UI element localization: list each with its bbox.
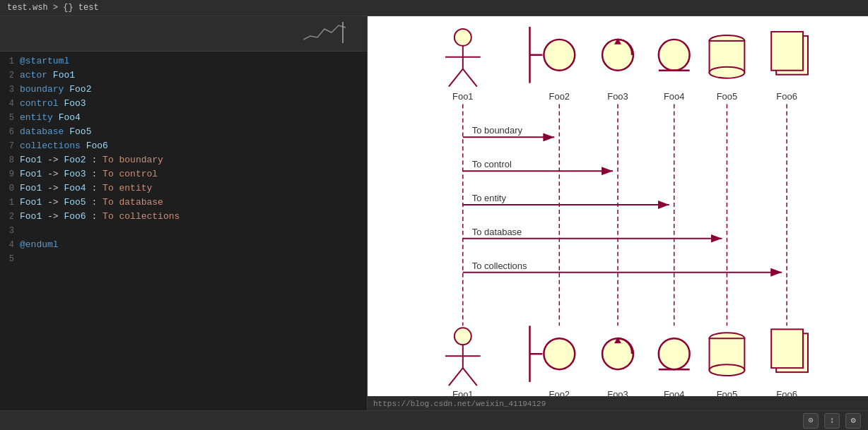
svg-text:To boundary: To boundary (472, 125, 523, 136)
code-line-5: 5 entity Foo4 (0, 111, 367, 125)
code-line-3: 3 boundary Foo2 (0, 83, 367, 97)
svg-text:Foo2: Foo2 (549, 91, 570, 102)
svg-point-43 (544, 338, 575, 369)
preview-panel: Foo1 Foo2 Foo3 (368, 16, 868, 410)
participant-foo4-top: Foo4 (659, 40, 690, 102)
message-to-entity: To entity (463, 193, 669, 205)
svg-text:Foo4: Foo4 (664, 389, 684, 396)
code-line-6: 6 database Foo5 (0, 125, 367, 139)
svg-text:Foo5: Foo5 (717, 91, 738, 102)
diagram-container: Foo1 Foo2 Foo3 (368, 16, 868, 396)
svg-text:Foo6: Foo6 (776, 91, 797, 102)
code-line-8: 8 Foo1 -> Foo2 : To boundary (0, 153, 367, 167)
svg-point-10 (544, 40, 575, 71)
icon-button-1[interactable]: ⊙ (803, 413, 819, 429)
diagram-svg: Foo1 Foo2 Foo3 (368, 16, 868, 396)
svg-rect-56 (771, 329, 803, 368)
svg-text:Foo5: Foo5 (717, 389, 738, 396)
participant-foo5-bottom: Foo5 (710, 333, 745, 396)
svg-text:Foo6: Foo6 (776, 389, 797, 396)
code-line-4: 4 control Foo3 (0, 97, 367, 111)
svg-point-53 (710, 364, 745, 376)
participant-foo1-top: Foo1 (445, 29, 481, 102)
svg-text:To entity: To entity (472, 193, 507, 203)
message-to-database: To database (463, 227, 722, 239)
code-line-10: 0 Foo1 -> Foo4 : To entity (0, 181, 367, 196)
svg-point-35 (454, 328, 471, 345)
svg-point-20 (710, 67, 745, 78)
icon-button-2[interactable]: ↕ (824, 413, 840, 429)
participant-foo4-bottom: Foo4 (659, 338, 690, 396)
svg-point-48 (659, 338, 690, 369)
svg-line-38 (449, 368, 463, 386)
svg-line-39 (463, 368, 477, 386)
participant-foo2-top: Foo2 (529, 27, 575, 102)
participant-foo5-top: Foo5 (710, 35, 745, 102)
status-bar: https://blog.csdn.net/weixin_41194129 (368, 396, 868, 410)
svg-line-5 (449, 69, 463, 87)
svg-point-2 (454, 29, 471, 46)
code-line-2: 2 actor Foo1 (0, 68, 367, 83)
message-to-collections: To collections (463, 261, 782, 273)
participant-foo6-bottom: Foo6 (771, 329, 808, 396)
svg-text:Foo1: Foo1 (452, 389, 474, 396)
svg-line-6 (463, 69, 477, 87)
svg-rect-23 (771, 32, 803, 71)
svg-text:To control: To control (472, 159, 512, 169)
svg-text:To database: To database (472, 227, 522, 237)
svg-text:Foo2: Foo2 (549, 389, 570, 396)
editor-panel: 1 @startuml 2 actor Foo1 3 boundary Foo2… (0, 16, 368, 410)
message-to-control: To control (463, 159, 613, 171)
title-bar: test.wsh > {} test (0, 0, 868, 16)
svg-text:Foo4: Foo4 (664, 91, 684, 102)
code-line-14: 4 @enduml (0, 238, 367, 252)
code-line-15: 5 (0, 252, 367, 266)
code-line-7: 7 collections Foo6 (0, 139, 367, 153)
code-line-1: 1 @startuml (0, 54, 367, 68)
code-line-13: 3 (0, 224, 367, 238)
code-editor[interactable]: 1 @startuml 2 actor Foo1 3 boundary Foo2… (0, 52, 367, 410)
code-line-9: 9 Foo1 -> Foo3 : To control (0, 167, 367, 181)
title-text: test.wsh > {} test (7, 3, 99, 13)
participant-foo3-top: Foo3 (602, 38, 633, 102)
svg-text:Foo1: Foo1 (452, 91, 474, 102)
code-line-12: 2 Foo1 -> Foo6 : To collections (0, 210, 367, 224)
svg-text:To collections: To collections (472, 261, 527, 271)
svg-point-15 (659, 40, 690, 71)
svg-text:Foo3: Foo3 (607, 91, 628, 102)
editor-top-bar (0, 16, 367, 52)
icon-button-3[interactable]: ⚙ (845, 413, 861, 429)
status-url: https://blog.csdn.net/weixin_41194129 (373, 400, 546, 408)
participant-foo3-bottom: Foo3 (602, 337, 633, 396)
bottom-toolbar: ⊙ ↕ ⚙ (0, 410, 868, 430)
code-line-11: 1 Foo1 -> Foo5 : To database (0, 196, 367, 210)
svg-text:Foo3: Foo3 (607, 389, 628, 396)
participant-foo6-top: Foo6 (771, 32, 808, 102)
mini-chart (303, 22, 346, 43)
participant-foo1-bottom: Foo1 (445, 328, 481, 396)
message-to-boundary: To boundary (463, 125, 555, 137)
participant-foo2-bottom: Foo2 (529, 326, 575, 396)
